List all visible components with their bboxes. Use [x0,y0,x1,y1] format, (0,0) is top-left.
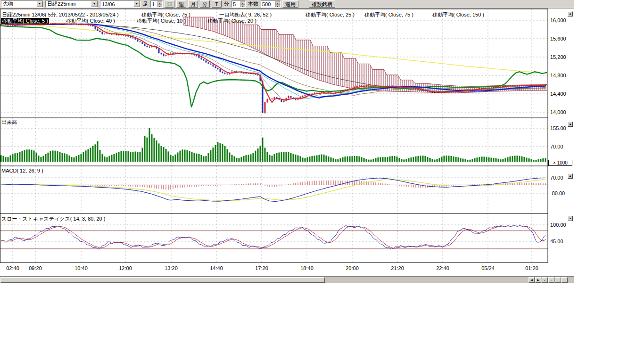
time-axis-label: 12:00 [116,265,135,271]
price-axis-label: 14,000 [550,109,566,115]
category-value: 先物 [1,0,15,8]
macd-axis-label: -80.00 [550,190,565,196]
time-axis-label: 17:20 [252,265,271,271]
price-axis-label: 15,200 [550,54,566,60]
period-week-button[interactable]: 週 [176,0,186,8]
apply-button[interactable]: 適用 [282,0,298,8]
legend-ma20[interactable]: 移動平均( Close, 20 ) [207,18,256,24]
bar-interval-value: 1 [151,1,156,7]
spinner-arrows-icon[interactable]: ▲▼ [240,1,245,7]
zoom-out-button[interactable]: − [548,277,554,283]
stoch-axis-label: 100.00 [550,222,566,228]
time-axis-label: 18:40 [297,265,316,271]
minute-label: 分 [223,0,230,8]
horizontal-scrollbar[interactable]: ◀ ▶ + − [0,276,574,283]
chart-application-window: 先物 ▼ 日経225mini ▼ 13/06 ▼ 足 1 ▲▼ 日 週 月 分 … [0,0,574,283]
time-axis-label: 02:40 [3,265,22,271]
price-axis-label: 15,600 [550,36,566,41]
price-scale-up-button[interactable]: ▲ [568,11,573,16]
chart-tool-button[interactable] [561,277,568,283]
scroll-left-button[interactable]: ◀ [528,277,535,283]
price-axis-label: 14,400 [550,91,566,97]
minute-value: 5 [232,1,237,7]
time-axis-label: 01:20 [522,265,541,271]
volume-scale-badge: × 1000 [548,160,572,166]
legend-ma75[interactable]: 移動平均( Close, 75 ) [141,12,190,17]
legend-ma150[interactable]: 移動平均( Close, 150 ) [432,12,484,17]
macd-panel-title: MACD( 12, 26, 9 ) [1,168,43,173]
period-month-button[interactable]: 月 [188,0,198,8]
period-minute-button[interactable]: 分 [200,0,210,8]
legend-ma5[interactable]: 移動平均( Close, 5 ) [1,18,49,24]
toolbar: 先物 ▼ 日経225mini ▼ 13/06 ▼ 足 1 ▲▼ 日 週 月 分 … [0,0,574,8]
legend-ma40[interactable]: 移動平均( Close, 40 ) [66,18,115,24]
time-axis-label: 05/24 [479,265,497,271]
time-axis-label: 13:20 [162,265,181,271]
price-axis-label: 16,000 [550,17,566,23]
bar-count-label: 本数 [248,0,259,8]
chart-plot[interactable] [0,8,574,276]
multi-symbol-button[interactable]: 複数銘柄 [309,0,335,8]
legend-ichimoku[interactable]: 一目均衡表( 9, 26, 52 ) [219,12,272,17]
period-day-button[interactable]: 日 [165,0,174,8]
chevron-down-icon[interactable]: ▼ [36,1,43,7]
spinner-arrows-icon[interactable]: ▲▼ [157,1,162,7]
category-combobox[interactable]: 先物 ▼ [1,0,43,8]
bar-interval-spinner[interactable]: 1 ▲▼ [150,0,163,8]
legend-ma10[interactable]: 移動平均( Close, 10 ) [137,18,186,24]
contract-month-combobox[interactable]: 13/06 ▼ [100,0,140,8]
time-axis-label: 22:40 [433,265,452,271]
time-axis-label: 09:20 [26,265,45,271]
time-axis-label: 14:40 [207,265,226,271]
legend-ma25[interactable]: 移動平均( Close, 25 ) [305,12,355,17]
time-axis-label: 21:20 [388,265,407,271]
minute-spinner[interactable]: 5 ▲▼ [231,0,246,8]
stoch-scale-up-button[interactable]: ▲ [568,216,573,221]
macd-axis-label: 70.00 [550,175,563,181]
contract-month-value: 13/06 [100,1,116,7]
chevron-down-icon[interactable]: ▼ [91,1,98,7]
scroll-right-button[interactable]: ▶ [535,277,541,283]
bar-count-value: 500 [261,1,272,7]
bar-type-label: 足 [142,0,149,8]
time-axis-label: 10:40 [72,265,91,271]
scrollbar-thumb[interactable] [0,277,325,283]
symbol-combobox[interactable]: 日経225mini ▼ [45,0,98,8]
chevron-down-icon[interactable]: ▼ [133,1,140,7]
volume-scale-up-button[interactable]: ▲ [568,122,573,127]
zoom-in-button[interactable]: + [542,277,548,283]
volume-panel-title: 出来高 [1,119,17,126]
period-tick-button[interactable]: T [212,0,222,8]
legend-ma75-2[interactable]: 移動平均( Close, 75 ) [364,12,413,17]
volume-axis-label: 155.00 [550,125,566,131]
spinner-arrows-icon[interactable]: ▲▼ [275,1,280,7]
stochastics-panel-title: スロー・ストキャスティクス( 14, 3, 80, 20 ) [1,215,105,222]
volume-axis-label: 70.00 [550,144,563,149]
price-axis-label: 14,800 [550,73,566,78]
bar-count-spinner[interactable]: 500 ▲▼ [261,0,281,8]
time-axis-label: 20:00 [343,265,362,271]
chart-title[interactable]: 日経225mini 13/06( 5分, 2013/05/22 - 2013/0… [2,12,119,17]
symbol-value: 日経225mini [46,0,77,8]
macd-scale-up-button[interactable]: ▲ [568,173,573,179]
stoch-axis-label: 45.00 [550,239,563,244]
chart-tool-button[interactable] [555,277,561,283]
